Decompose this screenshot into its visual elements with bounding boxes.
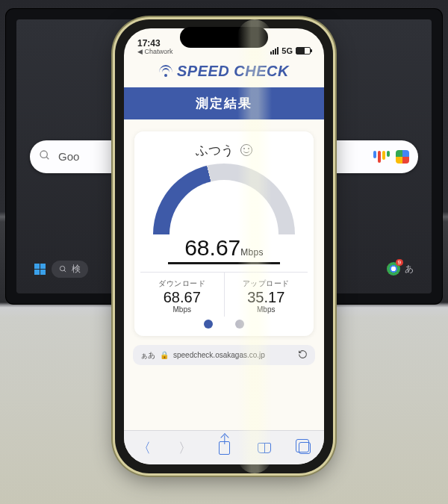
speed-rating: ふつう	[140, 142, 308, 159]
main-speed-value: 68.67Mbps	[140, 235, 308, 261]
iphone-screen: 17:43 ◀ Chatwork 5G SPEED CHECK 測定結果 ふつう	[124, 28, 324, 464]
share-icon[interactable]	[219, 441, 230, 455]
brand-text: SPEED CHECK	[177, 63, 289, 80]
wifi-icon	[159, 66, 172, 77]
safari-toolbar: 〈 〉	[124, 430, 324, 464]
search-text: Goo	[58, 150, 79, 163]
page-host: speedcheck.osakagas.co.jp	[173, 351, 265, 359]
google-lens-icon[interactable]	[396, 150, 409, 164]
taskbar-search[interactable]: 検	[52, 261, 88, 278]
cell-signal-icon	[270, 47, 279, 55]
safari-address-bar[interactable]: ぁあ 🔒 speedcheck.osakagas.co.jp	[133, 345, 315, 365]
tabs-icon[interactable]	[299, 442, 311, 454]
upload-unit: Mbps	[225, 305, 308, 314]
back-button[interactable]: 〈	[137, 439, 151, 457]
svg-point-2	[60, 266, 64, 270]
upload-metric: アップロード 35.17 Mbps	[224, 273, 308, 317]
iphone-device: 17:43 ◀ Chatwork 5G SPEED CHECK 測定結果 ふつう	[115, 19, 333, 473]
reload-icon[interactable]	[298, 349, 308, 361]
svg-line-1	[46, 157, 49, 159]
banner-title: 測定結果	[196, 96, 252, 111]
upload-label: アップロード	[225, 279, 308, 289]
upload-value: 35.17	[225, 289, 308, 305]
download-unit: Mbps	[140, 305, 224, 314]
pager-dots	[140, 320, 308, 329]
lock-icon: 🔒	[160, 351, 169, 359]
reader-mode-button[interactable]: ぁあ	[140, 350, 155, 361]
windows-start-icon[interactable]	[34, 264, 46, 275]
download-label: ダウンロード	[140, 279, 224, 289]
speed-gauge	[153, 164, 295, 238]
taskbar-search-label: 検	[72, 263, 81, 276]
bookmarks-icon[interactable]	[258, 443, 271, 453]
dot-inactive	[235, 320, 244, 329]
network-label: 5G	[281, 46, 293, 55]
result-card: ふつう 68.67Mbps ダウンロード 68.67 Mbps アップロード 3…	[134, 131, 314, 336]
metrics-row: ダウンロード 68.67 Mbps アップロード 35.17 Mbps	[140, 272, 308, 317]
svg-point-0	[40, 151, 47, 158]
search-icon	[39, 149, 51, 164]
voice-search-icon[interactable]	[373, 151, 390, 163]
ime-indicator[interactable]: あ	[405, 263, 414, 276]
battery-icon	[296, 47, 311, 55]
section-banner: 測定結果	[124, 87, 324, 119]
chrome-icon[interactable]	[387, 262, 400, 276]
value-underline	[168, 262, 280, 264]
app-brand: SPEED CHECK	[124, 57, 324, 87]
smile-icon	[240, 144, 252, 156]
forward-button: 〉	[178, 439, 192, 457]
dot-active	[204, 320, 213, 329]
back-to-app[interactable]: ◀ Chatwork	[137, 49, 173, 55]
iphone-notch	[180, 27, 268, 48]
svg-line-3	[64, 270, 66, 271]
download-value: 68.67	[140, 289, 224, 305]
download-metric: ダウンロード 68.67 Mbps	[140, 273, 224, 317]
